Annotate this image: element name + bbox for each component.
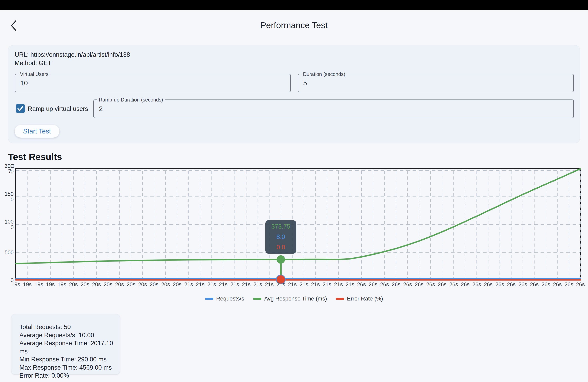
x-tick-label: 26s bbox=[369, 282, 378, 288]
x-tick-label: 26s bbox=[380, 282, 389, 288]
x-tick-label: 20s bbox=[138, 282, 147, 288]
error-rate: Error Rate: 0.00% bbox=[20, 372, 120, 380]
tooltip-error-value: 0.0 bbox=[277, 244, 285, 251]
ramp-up-duration-input[interactable] bbox=[94, 100, 573, 118]
x-tick-label: 19s bbox=[58, 282, 66, 288]
x-tick-label: 26s bbox=[507, 282, 516, 288]
duration-input[interactable] bbox=[298, 74, 573, 92]
virtual-users-input[interactable] bbox=[15, 74, 290, 92]
x-tick-label: 21s bbox=[219, 282, 228, 288]
y-tick-label: 200 0300107 bbox=[5, 163, 14, 174]
x-tick-label: 19s bbox=[34, 282, 43, 288]
min-response-time: Min Response Time: 290.00 ms bbox=[20, 355, 120, 364]
x-tick-label: 26s bbox=[484, 282, 493, 288]
y-tick-label: 500 bbox=[5, 250, 14, 255]
total-requests: Total Requests: 50 bbox=[20, 323, 120, 331]
x-tick-label: 21s bbox=[346, 282, 354, 288]
legend-item-error-rate[interactable]: Error Rate (%) bbox=[336, 295, 383, 302]
x-tick-label: 20s bbox=[126, 282, 135, 288]
x-tick-label: 20s bbox=[161, 282, 170, 288]
x-tick-label: 26s bbox=[426, 282, 435, 288]
x-tick-label: 26s bbox=[530, 282, 539, 288]
x-tick-label: 20s bbox=[81, 282, 89, 288]
method-text: Method: GET bbox=[15, 59, 130, 67]
x-tick-label: 19s bbox=[46, 282, 55, 288]
url-and-method: URL: https://onnstage.in/api/artist/info… bbox=[15, 51, 130, 67]
requests-swatch-icon bbox=[205, 298, 213, 300]
x-tick-label: 21s bbox=[184, 282, 193, 288]
y-tick-label: 100 0 bbox=[5, 219, 14, 230]
chart-tooltip: 373.75 8.0 0.0 bbox=[265, 220, 296, 254]
average-requests: Average Requests/s: 10.00 bbox=[20, 331, 120, 340]
x-tick-label: 20s bbox=[69, 282, 78, 288]
y-tick-label: 150 0 bbox=[5, 191, 14, 202]
x-tick-label: 26s bbox=[495, 282, 504, 288]
x-axis-labels: 19s19s19s19s19s20s20s20s20s20s20s20s20s2… bbox=[16, 282, 580, 289]
x-tick-label: 26s bbox=[403, 282, 412, 288]
x-tick-label: 20s bbox=[150, 282, 159, 288]
x-tick-label: 26s bbox=[565, 282, 573, 288]
x-tick-label: 21s bbox=[311, 282, 320, 288]
x-tick-label: 26s bbox=[392, 282, 400, 288]
x-tick-label: 26s bbox=[357, 282, 366, 288]
line-chart[interactable] bbox=[16, 169, 580, 280]
page-title: Performance Test bbox=[0, 20, 588, 30]
x-tick-label: 19s bbox=[11, 282, 20, 288]
x-tick-label: 20s bbox=[104, 282, 112, 288]
x-tick-label: 21s bbox=[253, 282, 262, 288]
x-tick-label: 20s bbox=[115, 282, 124, 288]
x-tick-label: 20s bbox=[173, 282, 182, 288]
chart-legend: Requests/s Avg Response Time (ms) Error … bbox=[0, 295, 588, 302]
start-test-button[interactable]: Start Test bbox=[15, 125, 59, 138]
results-heading: Test Results bbox=[8, 152, 62, 162]
error-rate-swatch-icon bbox=[336, 298, 344, 300]
x-tick-label: 21s bbox=[288, 282, 297, 288]
x-tick-label: 26s bbox=[518, 282, 527, 288]
duration-field: Duration (seconds) bbox=[298, 74, 574, 92]
x-tick-label: 26s bbox=[472, 282, 481, 288]
tooltip-response-value: 373.75 bbox=[272, 223, 290, 230]
x-tick-label: 21s bbox=[334, 282, 343, 288]
test-config-panel: URL: https://onnstage.in/api/artist/info… bbox=[8, 45, 580, 143]
checkmark-icon bbox=[16, 104, 25, 113]
y-tick-overlap-artifact: 10 bbox=[8, 163, 14, 169]
x-tick-label: 26s bbox=[438, 282, 447, 288]
ramp-up-checkbox[interactable] bbox=[16, 104, 25, 113]
response-time-swatch-icon bbox=[253, 298, 261, 300]
legend-item-requests[interactable]: Requests/s bbox=[205, 295, 244, 302]
x-tick-label: 21s bbox=[300, 282, 308, 288]
x-tick-label: 20s bbox=[92, 282, 101, 288]
x-tick-label: 21s bbox=[207, 282, 216, 288]
average-response-time: Average Response Time: 2017.10 ms bbox=[20, 339, 120, 355]
summary-card: Total Requests: 50 Average Requests/s: 1… bbox=[11, 314, 120, 374]
url-text: URL: https://onnstage.in/api/artist/info… bbox=[15, 51, 130, 59]
x-tick-label: 26s bbox=[415, 282, 424, 288]
x-tick-label: 21s bbox=[265, 282, 274, 288]
x-tick-label: 19s bbox=[23, 282, 32, 288]
chart-plot-area[interactable] bbox=[15, 168, 581, 280]
x-tick-label: 26s bbox=[576, 282, 585, 288]
top-status-bar bbox=[0, 0, 588, 10]
ramp-up-checkbox-label[interactable]: Ramp up virtual users bbox=[28, 105, 88, 113]
x-tick-label: 21s bbox=[242, 282, 251, 288]
y-tick-overlap-artifact: 7 bbox=[8, 169, 11, 174]
tooltip-requests-value: 8.0 bbox=[277, 233, 285, 241]
x-tick-label: 21s bbox=[231, 282, 239, 288]
x-tick-label: 26s bbox=[541, 282, 550, 288]
y-axis-labels: 200 0300107150 0100 05000 bbox=[0, 169, 14, 280]
max-response-time: Max Response Time: 4569.00 ms bbox=[20, 364, 120, 372]
ramp-up-duration-field: Ramp-up Duration (seconds) bbox=[93, 99, 574, 118]
x-tick-label: 26s bbox=[553, 282, 562, 288]
virtual-users-field: Virtual Users bbox=[15, 74, 291, 92]
legend-item-response-time[interactable]: Avg Response Time (ms) bbox=[253, 295, 327, 302]
x-tick-label: 21s bbox=[276, 282, 285, 288]
x-tick-label: 26s bbox=[449, 282, 458, 288]
x-tick-label: 26s bbox=[461, 282, 470, 288]
x-tick-label: 21s bbox=[196, 282, 205, 288]
x-tick-label: 21s bbox=[323, 282, 331, 288]
performance-test-page: Performance Test URL: https://onnstage.i… bbox=[0, 0, 588, 382]
